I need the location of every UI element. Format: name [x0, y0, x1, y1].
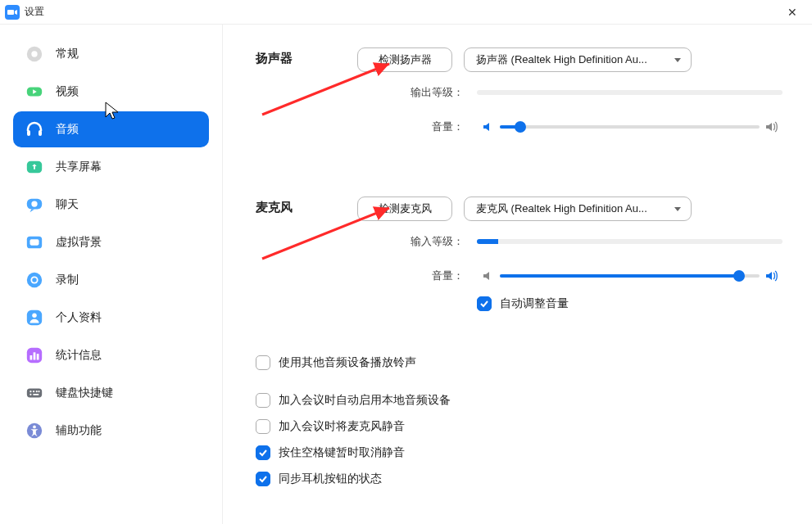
sidebar-item-record[interactable]: 录制 — [13, 262, 209, 298]
option-label: 加入会议时自动启用本地音频设备 — [279, 393, 451, 408]
sidebar-item-label: 音频 — [56, 122, 79, 137]
auto-adjust-volume-checkbox[interactable]: 自动调整音量 — [477, 296, 783, 311]
sidebar-item-label: 录制 — [56, 273, 79, 287]
sidebar-item-screenshare[interactable]: 共享屏幕 — [13, 149, 209, 185]
svg-point-14 — [32, 314, 37, 318]
section-title-speaker: 扬声器 — [256, 47, 357, 147]
checkbox-icon — [256, 355, 270, 370]
option-label: 同步耳机按钮的状态 — [279, 472, 382, 486]
speaker-device-value: 扬声器 (Realtek High Definition Au... — [476, 52, 647, 67]
svg-rect-4 — [39, 130, 42, 136]
video-icon — [25, 82, 44, 102]
speaker-output-level — [477, 90, 783, 95]
svg-point-23 — [38, 391, 39, 392]
headphones-icon — [25, 120, 44, 139]
speaker-volume-slider[interactable] — [500, 125, 760, 129]
volume-high-icon — [764, 120, 778, 133]
image-icon — [25, 233, 44, 252]
option-label: 加入会议时将麦克风静音 — [279, 419, 405, 434]
chat-icon — [25, 195, 44, 215]
svg-point-21 — [33, 391, 34, 392]
section-title-mic: 麦克风 — [256, 196, 357, 323]
window-titlebar: 设置 ✕ — [0, 0, 812, 25]
volume-high-icon — [764, 269, 778, 282]
sidebar-item-shortcuts[interactable]: 键盘快捷键 — [13, 375, 209, 411]
sidebar-item-label: 键盘快捷键 — [56, 386, 113, 400]
mic-device-value: 麦克风 (Realtek High Definition Au... — [476, 201, 647, 216]
svg-point-22 — [36, 391, 38, 392]
svg-point-12 — [32, 278, 37, 282]
sidebar-item-label: 聊天 — [56, 197, 79, 212]
audio-options: 使用其他音频设备播放铃声 加入会议时自动启用本地音频设备 加入会议时将麦克风静音… — [256, 355, 783, 486]
sidebar-item-label: 辅助功能 — [56, 423, 102, 438]
svg-rect-19 — [27, 389, 42, 398]
gear-icon — [25, 44, 44, 64]
person-icon — [25, 308, 44, 328]
close-button[interactable]: ✕ — [778, 1, 807, 24]
sidebar-item-label: 统计信息 — [56, 348, 102, 363]
checkbox-icon — [256, 472, 270, 486]
mic-device-select[interactable]: 麦克风 (Realtek High Definition Au... — [464, 196, 692, 221]
stats-icon — [25, 346, 44, 365]
input-level-label: 输入等级： — [357, 234, 464, 249]
checkbox-icon — [256, 419, 270, 434]
option-label: 使用其他音频设备播放铃声 — [279, 355, 416, 370]
sidebar-item-stats[interactable]: 统计信息 — [13, 337, 209, 373]
sidebar-item-general[interactable]: 常规 — [13, 36, 209, 72]
svg-point-7 — [31, 201, 37, 206]
share-screen-icon — [25, 157, 44, 177]
svg-point-24 — [29, 394, 31, 395]
sidebar-item-label: 常规 — [56, 47, 79, 61]
volume-low-icon — [482, 120, 495, 133]
speaker-volume-label: 音量： — [357, 120, 464, 134]
sidebar-item-label: 共享屏幕 — [56, 160, 102, 174]
sidebar-item-chat[interactable]: 聊天 — [13, 187, 209, 223]
speaker-section: 扬声器 检测扬声器 扬声器 (Realtek High Definition A… — [256, 47, 783, 147]
checkbox-icon — [477, 296, 492, 311]
sidebar-item-accessibility[interactable]: 辅助功能 — [13, 413, 209, 449]
checkbox-icon — [256, 393, 270, 408]
sidebar-item-label: 个人资料 — [56, 310, 102, 325]
option-push-to-talk[interactable]: 按住空格键暂时取消静音 — [256, 445, 783, 460]
record-icon — [25, 270, 44, 290]
mic-volume-label: 音量： — [357, 269, 464, 283]
sidebar-item-audio[interactable]: 音频 — [13, 111, 209, 147]
mic-input-level — [477, 239, 783, 244]
option-mute-on-join[interactable]: 加入会议时将麦克风静音 — [256, 419, 783, 434]
sidebar-item-video[interactable]: 视频 — [13, 74, 209, 110]
sidebar-item-virtual-bg[interactable]: 虚拟背景 — [13, 224, 209, 260]
option-ring-other-device[interactable]: 使用其他音频设备播放铃声 — [256, 355, 783, 370]
keyboard-icon — [25, 383, 44, 403]
sidebar-item-label: 视频 — [56, 84, 79, 99]
svg-rect-16 — [30, 355, 33, 360]
svg-rect-9 — [30, 239, 39, 245]
svg-rect-25 — [33, 394, 39, 395]
auto-adjust-label: 自动调整音量 — [500, 296, 569, 311]
test-mic-button[interactable]: 检测麦克风 — [357, 196, 452, 221]
content-panel: 扬声器 检测扬声器 扬声器 (Realtek High Definition A… — [223, 25, 812, 524]
output-level-label: 输出等级： — [357, 85, 464, 100]
sidebar: 常规 视频 音频 共享屏幕 聊天 — [0, 25, 223, 524]
volume-low-icon — [482, 269, 495, 282]
option-label: 按住空格键暂时取消静音 — [279, 445, 405, 460]
sidebar-item-label: 虚拟背景 — [56, 235, 102, 250]
checkbox-icon — [256, 445, 270, 460]
svg-point-20 — [29, 391, 31, 392]
svg-rect-3 — [27, 130, 30, 136]
option-sync-headset[interactable]: 同步耳机按钮的状态 — [256, 472, 783, 486]
test-speaker-button[interactable]: 检测扬声器 — [357, 47, 452, 72]
svg-rect-17 — [34, 352, 36, 359]
svg-point-1 — [31, 51, 37, 56]
option-auto-join-audio[interactable]: 加入会议时自动启用本地音频设备 — [256, 393, 783, 408]
app-icon — [5, 5, 20, 20]
speaker-device-select[interactable]: 扬声器 (Realtek High Definition Au... — [464, 47, 692, 72]
svg-rect-18 — [37, 354, 39, 359]
accessibility-icon — [25, 421, 44, 440]
microphone-section: 麦克风 检测麦克风 麦克风 (Realtek High Definition A… — [256, 196, 783, 323]
svg-point-27 — [33, 426, 36, 429]
sidebar-item-profile[interactable]: 个人资料 — [13, 300, 209, 336]
window-title: 设置 — [25, 5, 44, 19]
mic-volume-slider[interactable] — [500, 274, 760, 278]
